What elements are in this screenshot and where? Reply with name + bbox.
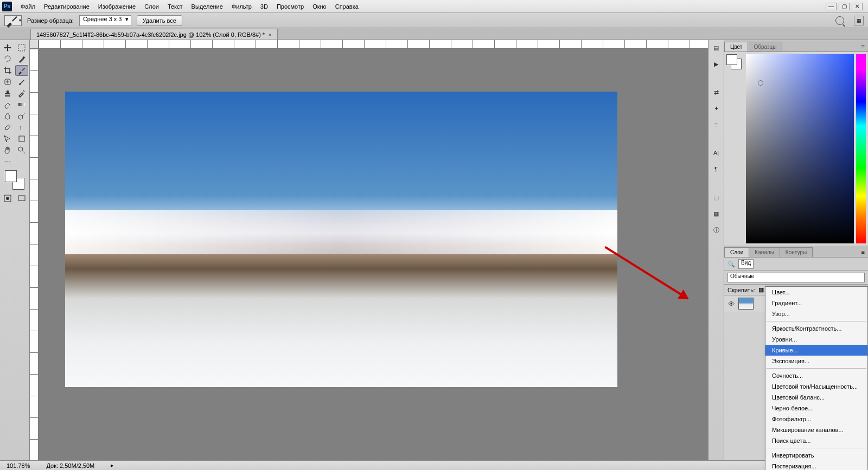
- gradient-tool[interactable]: [15, 99, 28, 110]
- eraser-tool[interactable]: [1, 99, 14, 110]
- layers-panel-menu-icon[interactable]: ≡: [858, 247, 868, 257]
- pen-tool[interactable]: [1, 122, 14, 133]
- color-swatches[interactable]: [5, 170, 24, 190]
- layer-thumbnail[interactable]: [738, 298, 754, 310]
- workspace-switcher-icon[interactable]: ▦: [854, 16, 864, 25]
- properties-panel-icon[interactable]: ≡: [711, 119, 722, 130]
- type-tool[interactable]: T: [15, 122, 28, 133]
- menu-item-color-lookup[interactable]: Поиск цвета...: [765, 435, 867, 446]
- info-panel-icon[interactable]: ⓘ: [711, 224, 722, 235]
- menu-window[interactable]: Окно: [308, 1, 331, 12]
- menu-item-hue[interactable]: Цветовой тон/Насыщенность...: [765, 381, 867, 392]
- menu-item-solid-color[interactable]: Цвет...: [765, 287, 867, 298]
- hue-slider[interactable]: [856, 54, 866, 243]
- ruler-origin[interactable]: [30, 40, 39, 49]
- blend-mode-select[interactable]: Обычные: [727, 273, 865, 282]
- menu-item-levels[interactable]: Уровни...: [765, 334, 867, 345]
- lock-pixels-icon[interactable]: ▦: [758, 286, 764, 293]
- actions-panel-icon[interactable]: ▶: [711, 59, 722, 69]
- layer-filter-select[interactable]: Вид: [738, 259, 754, 269]
- color-panel: [724, 52, 868, 246]
- menu-item-curves[interactable]: Кривые...: [765, 345, 867, 356]
- menu-item-vibrance[interactable]: Сочность...: [765, 370, 867, 381]
- 3d-panel-icon[interactable]: ⬚: [711, 192, 722, 203]
- document-canvas[interactable]: [65, 92, 617, 387]
- minimize-button[interactable]: —: [826, 3, 837, 10]
- vertical-ruler[interactable]: [30, 49, 39, 460]
- menu-filter[interactable]: Фильтр: [227, 1, 256, 12]
- move-tool[interactable]: [1, 42, 14, 53]
- color-indicator[interactable]: [758, 80, 763, 86]
- dodge-tool[interactable]: [15, 111, 28, 121]
- tab-color[interactable]: Цвет: [724, 42, 748, 51]
- stamp-tool[interactable]: [1, 88, 14, 99]
- brush-tool[interactable]: [15, 76, 28, 87]
- close-button[interactable]: ✕: [852, 3, 863, 10]
- screenmode-tool[interactable]: [15, 193, 28, 204]
- lasso-tool[interactable]: [1, 54, 14, 65]
- zoom-tool[interactable]: [15, 145, 28, 156]
- edit-toolbar[interactable]: ⋯: [1, 156, 14, 167]
- path-tool[interactable]: [1, 133, 14, 144]
- marquee-tool[interactable]: [15, 42, 28, 53]
- menu-item-bw[interactable]: Черно-белое...: [765, 403, 867, 414]
- menu-item-color-balance[interactable]: Цветовой баланс...: [765, 392, 867, 403]
- horizontal-ruler[interactable]: [39, 40, 708, 49]
- menu-edit[interactable]: Редактирование: [40, 1, 94, 12]
- eyedropper-tool[interactable]: [15, 65, 28, 76]
- canvas-area[interactable]: [30, 40, 708, 460]
- menu-item-gradient[interactable]: Градиент...: [765, 298, 867, 308]
- maximize-button[interactable]: ▢: [839, 3, 850, 10]
- zoom-level[interactable]: 101.78%: [7, 462, 30, 469]
- panel-menu-icon[interactable]: ≡: [858, 42, 868, 51]
- foreground-color[interactable]: [5, 170, 17, 182]
- character-panel-icon[interactable]: ⇄: [711, 87, 722, 98]
- menu-item-brightness[interactable]: Яркость/Контрастность...: [765, 323, 867, 334]
- quickmask-tool[interactable]: [1, 193, 14, 204]
- sample-size-select[interactable]: Среднее 3 x 3 ▾: [79, 15, 131, 26]
- healing-tool[interactable]: [1, 76, 14, 87]
- status-dropdown-icon[interactable]: ▸: [111, 462, 114, 469]
- filter-search-icon[interactable]: 🔍: [727, 261, 735, 268]
- layers-strip-icon[interactable]: ▦: [711, 208, 722, 219]
- menu-item-pattern[interactable]: Узор...: [765, 308, 867, 319]
- menu-item-posterize[interactable]: Постеризация...: [765, 461, 867, 470]
- menu-item-channel-mix[interactable]: Микширование каналов...: [765, 424, 867, 435]
- blur-tool[interactable]: [1, 111, 14, 121]
- color-field[interactable]: [746, 54, 854, 243]
- menu-item-exposure[interactable]: Экспозиция...: [765, 356, 867, 366]
- history-brush-tool[interactable]: [15, 88, 28, 99]
- menu-help[interactable]: Справка: [331, 1, 363, 12]
- crop-tool[interactable]: [1, 65, 14, 76]
- clear-all-button[interactable]: Удалить все: [137, 15, 182, 26]
- menu-select[interactable]: Выделение: [187, 1, 227, 12]
- history-panel-icon[interactable]: ▤: [711, 42, 722, 53]
- menu-image[interactable]: Изображение: [94, 1, 140, 12]
- type-panel-icon[interactable]: A|: [711, 147, 722, 158]
- panel-fg-color[interactable]: [726, 54, 737, 65]
- close-tab-icon[interactable]: ×: [268, 31, 271, 38]
- document-tab[interactable]: 1485607827_5c1f4ff2-86bc-4b59-b07a-4c3fc…: [30, 29, 278, 40]
- menu-item-photofilter[interactable]: Фотофильтр...: [765, 414, 867, 424]
- menu-layers[interactable]: Слои: [140, 1, 163, 12]
- doc-size[interactable]: Док: 2,50M/2,50M: [46, 462, 94, 469]
- paragraph-panel-icon[interactable]: ¶: [711, 164, 722, 175]
- tab-layers[interactable]: Слои: [724, 247, 749, 257]
- menu-view[interactable]: Просмотр: [272, 1, 308, 12]
- search-icon[interactable]: [835, 16, 844, 25]
- tab-paths[interactable]: Контуры: [780, 247, 813, 257]
- tab-swatches[interactable]: Образцы: [748, 42, 782, 51]
- menu-file[interactable]: Файл: [16, 1, 40, 12]
- brushes-panel-icon[interactable]: ✦: [711, 103, 722, 114]
- menu-text[interactable]: Текст: [163, 1, 187, 12]
- visibility-icon[interactable]: [727, 300, 735, 307]
- wand-tool[interactable]: [15, 54, 28, 65]
- collapsed-panels: ▤ ▶ ⇄ ✦ ≡ A| ¶ ⬚ ▦ ⓘ: [708, 40, 724, 460]
- tool-preview[interactable]: ▾: [4, 15, 22, 26]
- tab-channels[interactable]: Каналы: [749, 247, 780, 257]
- workspace: T ⋯ ▤ ▶ ⇄ ✦ ≡ A| ¶: [0, 40, 868, 460]
- menu-item-invert[interactable]: Инвертировать: [765, 450, 867, 461]
- shape-tool[interactable]: [15, 133, 28, 144]
- hand-tool[interactable]: [1, 145, 14, 156]
- menu-3d[interactable]: 3D: [256, 1, 272, 12]
